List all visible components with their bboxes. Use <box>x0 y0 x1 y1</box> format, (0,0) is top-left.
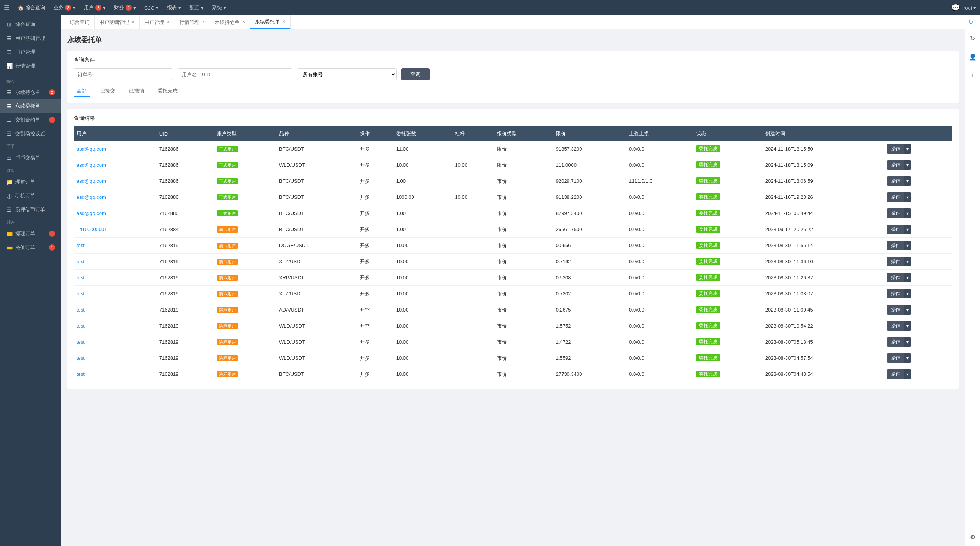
user-link[interactable]: test <box>77 323 85 329</box>
action-dropdown[interactable]: ▾ <box>904 305 911 315</box>
sidebar-item-理财订单[interactable]: 📁 理财订单 <box>0 175 61 189</box>
action-dropdown[interactable]: ▾ <box>904 144 911 154</box>
sidebar-item-永续委托单[interactable]: ☰ 永续委托单 <box>0 99 61 113</box>
action-button[interactable]: 操作 <box>887 160 904 170</box>
sidebar-item-永续持仓单[interactable]: ☰ 永续持仓单 2 <box>0 85 61 99</box>
action-button[interactable]: 操作 <box>887 144 904 154</box>
user-link[interactable]: 14100000001 <box>77 226 107 232</box>
action-button[interactable]: 操作 <box>887 305 904 315</box>
user-link[interactable]: test <box>77 371 85 377</box>
cell-actions: 操作 ▾ <box>884 334 952 350</box>
action-dropdown[interactable]: ▾ <box>904 353 911 363</box>
action-button[interactable]: 操作 <box>887 176 904 186</box>
tab-永续委托单[interactable]: 永续委托单 ✕ <box>250 15 291 29</box>
nav-综合查询[interactable]: 🏠 综合查询 <box>14 0 49 15</box>
action-dropdown[interactable]: ▾ <box>904 257 911 266</box>
query-button[interactable]: 查询 <box>401 68 430 80</box>
action-dropdown[interactable]: ▾ <box>904 225 911 234</box>
tab-close-永续委托单[interactable]: ✕ <box>282 19 286 24</box>
action-button[interactable]: 操作 <box>887 353 904 363</box>
tab-close-永续持仓单[interactable]: ✕ <box>242 20 245 25</box>
refresh-icon[interactable]: ↻ <box>968 18 973 26</box>
action-dropdown[interactable]: ▾ <box>904 160 911 170</box>
action-dropdown[interactable]: ▾ <box>904 192 911 202</box>
action-button[interactable]: 操作 <box>887 225 904 234</box>
user-link[interactable]: test <box>77 307 85 313</box>
user-link[interactable]: asd@qq.com <box>77 210 106 216</box>
action-dropdown[interactable]: ▾ <box>904 337 911 347</box>
cell-stop: 0.0/0.0 <box>626 141 693 157</box>
tab-用户管理[interactable]: 用户管理 ✕ <box>140 15 175 29</box>
tab-综合查询[interactable]: 综合查询 <box>65 15 95 29</box>
user-link[interactable]: asd@qq.com <box>77 178 106 184</box>
sidebar-item-质押借币订单[interactable]: ☰ 质押借币订单 <box>0 203 61 216</box>
action-button[interactable]: 操作 <box>887 289 904 298</box>
action-button[interactable]: 操作 <box>887 257 904 266</box>
sidebar-item-提现订单[interactable]: 💳 提现订单 1 <box>0 227 61 241</box>
action-button[interactable]: 操作 <box>887 241 904 250</box>
user-link[interactable]: asd@qq.com <box>77 146 106 152</box>
action-dropdown[interactable]: ▾ <box>904 321 911 331</box>
action-dropdown[interactable]: ▾ <box>904 289 911 298</box>
user-link[interactable]: test <box>77 291 85 297</box>
cell-leverage <box>452 270 494 286</box>
action-button[interactable]: 操作 <box>887 208 904 218</box>
nav-用户[interactable]: 用户 3 ▾ <box>80 0 109 15</box>
tab-close-用户基础管理[interactable]: ✕ <box>131 20 135 25</box>
user-link[interactable]: test <box>77 339 85 345</box>
nav-c2c[interactable]: C2C▾ <box>140 0 162 15</box>
table-row: test 7162819 演示用户 DOGE/USDT 开多 10.00 市价 … <box>74 238 952 254</box>
action-button[interactable]: 操作 <box>887 369 904 379</box>
sidebar-section-财富: 财富 <box>0 165 61 175</box>
filter-tab-全部[interactable]: 全部 <box>74 86 90 97</box>
menu-icon[interactable]: ☰ <box>4 4 9 11</box>
sidebar-item-交割合约单[interactable]: ☰ 交割合约单 1 <box>0 113 61 127</box>
tab-永续持仓单[interactable]: 永续持仓单 ✕ <box>210 15 250 29</box>
filter-tab-已提交[interactable]: 已提交 <box>97 86 118 97</box>
user-icon[interactable]: 👤 <box>967 51 979 63</box>
nav-系统[interactable]: 系统▾ <box>208 0 230 15</box>
user-link[interactable]: asd@qq.com <box>77 162 106 168</box>
user-link[interactable]: test <box>77 243 85 248</box>
refresh-right-icon[interactable]: ↻ <box>967 32 979 44</box>
account-select[interactable]: 所有账号 <box>297 68 397 80</box>
filter-tab-委托完成[interactable]: 委托完成 <box>155 86 181 97</box>
sidebar-item-矿机订单[interactable]: ⚓ 矿机订单 <box>0 189 61 203</box>
plus-icon[interactable]: ＋ <box>967 69 979 81</box>
sidebar-item-行情管理[interactable]: 📊 行情管理 <box>0 59 61 73</box>
tab-close-用户管理[interactable]: ✕ <box>167 20 170 25</box>
sidebar-item-交割场控设置[interactable]: ☰ 交割场控设置 <box>0 127 61 141</box>
user-link[interactable]: test <box>77 355 85 361</box>
sidebar-item-币币交易单[interactable]: ☰ 币币交易单 <box>0 151 61 165</box>
filter-tab-已撤销[interactable]: 已撤销 <box>126 86 147 97</box>
action-dropdown[interactable]: ▾ <box>904 369 911 379</box>
nav-报表[interactable]: 报表▾ <box>163 0 185 15</box>
action-button[interactable]: 操作 <box>887 273 904 282</box>
order-no-input[interactable] <box>74 68 173 80</box>
action-dropdown[interactable]: ▾ <box>904 273 911 282</box>
message-icon[interactable]: 💬 <box>951 3 960 12</box>
cell-symbol: WLD/USDT <box>276 157 357 173</box>
action-dropdown[interactable]: ▾ <box>904 176 911 186</box>
nav-财务[interactable]: 财务 2 ▾ <box>110 0 140 15</box>
action-button[interactable]: 操作 <box>887 337 904 347</box>
action-button[interactable]: 操作 <box>887 192 904 202</box>
action-dropdown[interactable]: ▾ <box>904 241 911 250</box>
sidebar-item-用户管理[interactable]: ☰ 用户管理 <box>0 45 61 59</box>
action-dropdown[interactable]: ▾ <box>904 208 911 218</box>
nav-配置[interactable]: 配置▾ <box>186 0 207 15</box>
tab-close-行情管理[interactable]: ✕ <box>202 20 205 25</box>
sidebar-item-综合查询[interactable]: ⊞ 综合查询 <box>0 18 61 31</box>
settings-icon[interactable]: ⚙ <box>967 531 979 543</box>
action-button[interactable]: 操作 <box>887 321 904 331</box>
user-input[interactable] <box>178 68 292 80</box>
sidebar-item-充值订单[interactable]: 💳 充值订单 1 <box>0 241 61 254</box>
user-link[interactable]: test <box>77 275 85 280</box>
nav-业务[interactable]: 业务 3 ▾ <box>50 0 79 15</box>
sidebar-item-用户基础管理[interactable]: ☰ 用户基础管理 <box>0 31 61 45</box>
user-link[interactable]: asd@qq.com <box>77 194 106 200</box>
user-link[interactable]: test <box>77 259 85 264</box>
tab-行情管理[interactable]: 行情管理 ✕ <box>175 15 210 29</box>
tab-用户基础管理[interactable]: 用户基础管理 ✕ <box>95 15 140 29</box>
user-label[interactable]: root ▾ <box>964 5 976 11</box>
